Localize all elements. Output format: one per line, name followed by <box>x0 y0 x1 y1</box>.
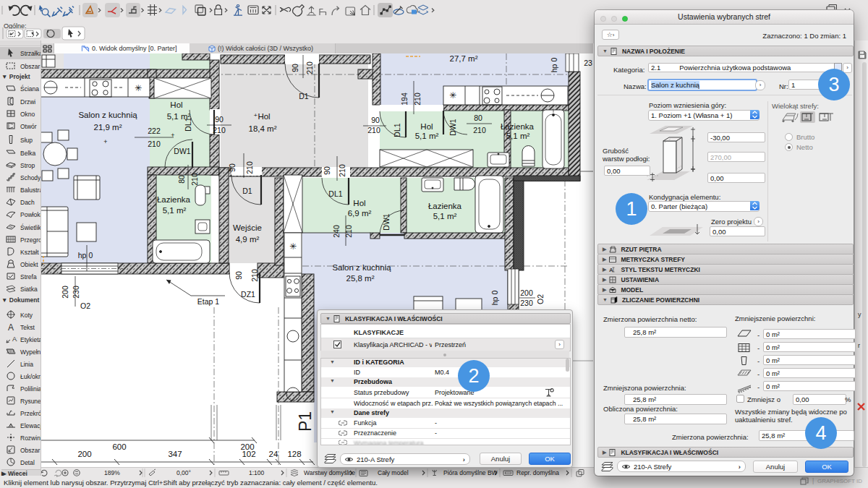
svg-text:210: 210 <box>413 93 422 106</box>
svg-text:Wejście: Wejście <box>233 223 262 232</box>
svg-text:210: 210 <box>367 126 380 134</box>
svg-text:Repr. domyślna: Repr. domyślna <box>516 469 559 476</box>
svg-text:80: 80 <box>474 114 482 122</box>
svg-text:347: 347 <box>168 450 182 458</box>
svg-text:27,7 m²: 27,7 m² <box>450 54 478 63</box>
svg-text:DW1: DW1 <box>174 147 190 155</box>
svg-text:Łazienka: Łazienka <box>428 202 462 210</box>
svg-text:hp 0: hp 0 <box>550 58 558 73</box>
svg-text:+: + <box>103 138 107 145</box>
svg-text:Łazienka: Łazienka <box>501 122 535 131</box>
svg-text:Cały model: Cały model <box>378 469 409 476</box>
svg-text:5,1 m²: 5,1 m² <box>167 112 191 121</box>
svg-text:DL1: DL1 <box>328 189 342 198</box>
svg-text:+: + <box>171 132 174 139</box>
svg-text:200: 200 <box>520 288 533 297</box>
svg-text:Salon z kuchnią: Salon z kuchnią <box>78 111 137 119</box>
svg-text:DW1: DW1 <box>382 213 391 230</box>
svg-text:90: 90 <box>323 166 331 175</box>
svg-text:600: 600 <box>112 442 126 451</box>
svg-text:hp 0: hp 0 <box>78 251 93 260</box>
svg-text:Hol: Hol <box>420 122 433 131</box>
svg-text:5,1 m²: 5,1 m² <box>163 206 187 215</box>
svg-text:O2: O2 <box>80 301 90 310</box>
svg-text:210: 210 <box>213 126 226 134</box>
svg-text:hp 0: hp 0 <box>490 291 499 306</box>
svg-text:210: 210 <box>148 140 161 148</box>
svg-text:DZ1: DZ1 <box>241 290 255 299</box>
svg-text:24: 24 <box>269 450 278 458</box>
svg-text:128: 128 <box>287 450 301 458</box>
svg-text:90: 90 <box>234 271 243 280</box>
svg-text:0,00°: 0,00° <box>176 469 191 476</box>
svg-text:✳: ✳ <box>289 241 297 252</box>
svg-text:5,1 m²: 5,1 m² <box>433 212 457 221</box>
svg-text:6,9 m²: 6,9 m² <box>348 209 372 218</box>
svg-text:90: 90 <box>371 116 380 124</box>
svg-text:18,4 m²: 18,4 m² <box>249 124 277 133</box>
svg-text:1:100: 1:100 <box>249 469 265 476</box>
svg-text:✳: ✳ <box>135 83 142 93</box>
svg-text:90: 90 <box>228 163 237 172</box>
svg-text:5,1 m²: 5,1 m² <box>415 132 439 140</box>
svg-text:90: 90 <box>215 115 224 124</box>
svg-text:210: 210 <box>338 164 346 177</box>
svg-text:✳: ✳ <box>449 90 456 100</box>
svg-text:A: A <box>8 322 14 333</box>
svg-text:DL1: DL1 <box>393 123 401 137</box>
svg-text:230: 230 <box>520 299 533 307</box>
svg-text:210: 210 <box>305 61 314 74</box>
svg-text:230: 230 <box>72 286 80 299</box>
svg-text:210: 210 <box>473 126 486 134</box>
svg-text:A: A <box>609 267 613 273</box>
svg-text:210: 210 <box>250 269 259 282</box>
svg-text:80: 80 <box>177 175 186 184</box>
svg-text:5,1 m²: 5,1 m² <box>506 132 530 140</box>
svg-text:102: 102 <box>242 450 255 458</box>
svg-text:Łazienka: Łazienka <box>157 195 191 204</box>
svg-text:21,9 m²: 21,9 m² <box>94 123 122 132</box>
svg-text:222: 222 <box>148 127 161 135</box>
svg-text:194: 194 <box>400 93 409 106</box>
svg-text:O2: O2 <box>536 294 545 304</box>
svg-text:23: 23 <box>584 59 592 67</box>
svg-text:Etap 1: Etap 1 <box>197 297 220 306</box>
svg-text:25,8 m²: 25,8 m² <box>346 274 375 283</box>
svg-text:Hol: Hol <box>353 199 365 207</box>
svg-text:210: 210 <box>245 161 254 174</box>
svg-text:D1: D1 <box>299 92 309 100</box>
svg-text:DW1: DW1 <box>448 119 457 135</box>
svg-text:Salon z kuchnią: Salon z kuchnią <box>332 263 391 272</box>
svg-text:Hol: Hol <box>170 100 182 109</box>
svg-text:⁺Hol: ⁺Hol <box>253 112 270 121</box>
svg-text:4,9 m²: 4,9 m² <box>236 235 260 244</box>
svg-text:Pióra domyślne BW: Pióra domyślne BW <box>443 469 498 476</box>
svg-text:189%: 189% <box>104 469 120 476</box>
svg-text:90: 90 <box>291 64 299 72</box>
svg-text:D1: D1 <box>242 187 252 195</box>
svg-text:200: 200 <box>61 286 69 299</box>
svg-text:210: 210 <box>190 173 199 186</box>
svg-text:Warstwy domyślne: Warstwy domyślne <box>304 469 355 476</box>
svg-text:A1: A1 <box>12 335 17 343</box>
svg-text:240: 240 <box>332 225 341 238</box>
svg-text:200: 200 <box>77 450 91 458</box>
svg-text:P1: P1 <box>296 411 315 432</box>
